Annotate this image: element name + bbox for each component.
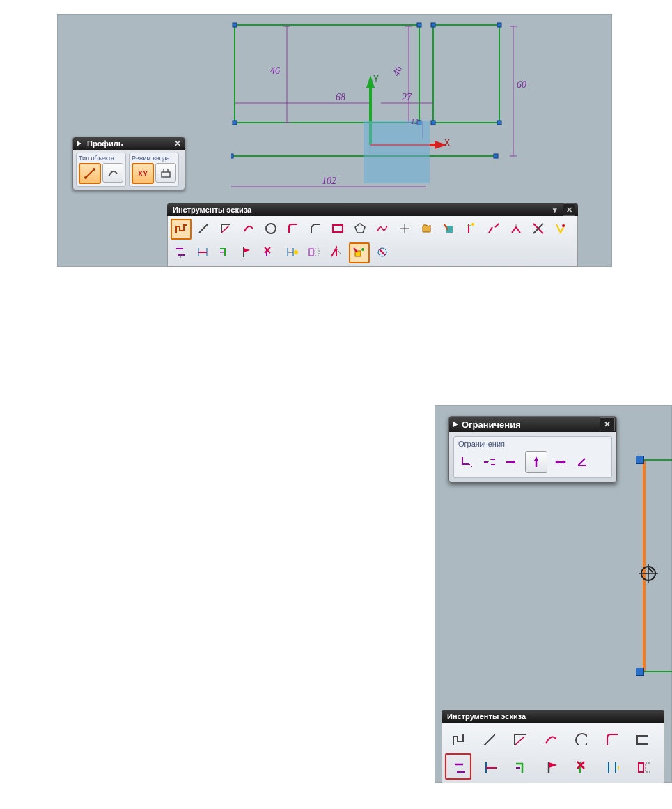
dim-12: 12 (411, 117, 419, 125)
delete-constraint-icon[interactable] (569, 753, 594, 778)
fillet-tool-icon[interactable] (598, 725, 623, 750)
horizontal-constraint-icon[interactable] (503, 453, 521, 471)
profile-toolbar[interactable]: Профиль ✕ Тип объекта Режим ввода (72, 137, 185, 190)
svg-rect-6 (497, 23, 501, 27)
constraints-toolbar-title[interactable]: Ограничения ✕ (449, 417, 616, 432)
trim-tool-icon[interactable] (439, 219, 459, 238)
object-type-label: Тип объекта (79, 155, 123, 162)
svg-rect-3 (233, 23, 237, 27)
equal-constraint-icon[interactable] (552, 453, 570, 471)
polygon-tool-icon[interactable] (350, 219, 370, 238)
circle-tool-icon[interactable] (261, 219, 281, 238)
profile-title-label: Профиль (87, 139, 123, 148)
profile-tool-icon[interactable] (445, 725, 470, 750)
sketch-endpoint[interactable] (636, 668, 644, 676)
sketch-line (644, 458, 672, 462)
dimension-tool-icon[interactable] (193, 242, 212, 262)
cursor-constraint-icon (639, 564, 658, 583)
line-type-button[interactable] (79, 163, 101, 184)
delete-constraint-icon[interactable] (260, 242, 279, 262)
sketch-tools-toolbar[interactable]: Инструменты эскиза ▾ ✕ (167, 203, 578, 267)
rectangle-tool-icon[interactable] (629, 725, 654, 750)
top-cad-viewport: 46 46 68 27 12 60 102 Y X Профиль ✕ Тип … (57, 14, 612, 267)
rectangle-tool-icon[interactable] (328, 219, 347, 238)
svg-rect-66 (315, 249, 319, 256)
sketch-tools-title[interactable]: Инструменты эскиза ▾ ✕ (167, 203, 578, 216)
svg-point-51 (562, 224, 565, 227)
svg-rect-12 (494, 154, 498, 158)
param-mode-button[interactable] (155, 163, 176, 183)
animate-constraint-icon[interactable] (508, 753, 533, 778)
sketch-tools-body-b (442, 723, 664, 783)
fillet-tool-icon[interactable] (283, 219, 303, 238)
intersect-tool-icon[interactable] (529, 219, 548, 238)
mirror-tool-icon[interactable] (304, 242, 324, 262)
sketch-tools-label-b: Инструменты эскиза (447, 712, 526, 721)
arc-type-button[interactable] (102, 163, 123, 183)
pattern-tool-icon[interactable] (327, 242, 346, 262)
svg-marker-76 (513, 460, 515, 464)
circle-tool-icon[interactable] (568, 725, 593, 750)
arc-tool-icon[interactable] (217, 219, 236, 238)
profile-tool-icon[interactable] (171, 219, 192, 240)
arc-tool-icon[interactable] (506, 725, 531, 750)
line-tool-icon[interactable] (476, 725, 501, 750)
auto-tool-icon[interactable] (551, 219, 570, 238)
svg-line-36 (199, 224, 208, 233)
angle-constraint-icon[interactable] (574, 453, 592, 471)
spline-tool-icon[interactable] (373, 219, 392, 238)
perpendicular-constraint-icon[interactable] (458, 453, 476, 471)
svg-line-71 (469, 464, 472, 467)
input-mode-group: Режим ввода XY (129, 153, 179, 187)
toolbar-arrow-icon (75, 139, 84, 148)
object-type-group: Тип объекта (76, 153, 126, 187)
animate-constraint-icon[interactable] (215, 242, 235, 262)
svg-rect-4 (417, 23, 421, 27)
chamfer-tool-icon[interactable] (306, 219, 325, 238)
minimize-icon[interactable]: ▾ (550, 205, 560, 215)
vertical-constraint-icon[interactable] (525, 451, 547, 473)
dimension-tool-icon[interactable] (477, 753, 502, 778)
svg-rect-104 (646, 763, 650, 772)
break-tool-icon[interactable] (484, 219, 503, 238)
close-icon[interactable]: ✕ (563, 203, 575, 216)
profile-toolbar-title[interactable]: Профиль ✕ (73, 137, 185, 150)
sketch-tools-title-b[interactable]: Инструменты эскиза (442, 710, 664, 723)
svg-rect-9 (431, 121, 435, 125)
sketch-endpoint[interactable] (636, 456, 644, 464)
mirror-tool-icon[interactable] (630, 753, 655, 778)
sketch-tools-toolbar-b[interactable]: Инструменты эскиза (442, 710, 664, 783)
constraint-tool-icon[interactable] (445, 753, 471, 780)
misc-tool-icon[interactable] (373, 242, 392, 262)
sketch-line (644, 670, 672, 674)
dim-102: 102 (322, 176, 336, 187)
arc2-tool-icon[interactable] (537, 725, 562, 750)
corner-tool-icon[interactable] (506, 219, 526, 238)
close-icon[interactable]: ✕ (600, 417, 615, 431)
close-icon[interactable]: ✕ (172, 138, 183, 149)
svg-rect-10 (497, 121, 501, 125)
measure-tool-icon[interactable] (600, 753, 625, 778)
svg-point-31 (84, 176, 87, 179)
point-tool-icon[interactable] (395, 219, 414, 238)
svg-marker-80 (555, 460, 558, 464)
line-tool-icon[interactable] (194, 219, 214, 238)
constraint-tool-icon[interactable] (171, 242, 190, 262)
extend-tool-icon[interactable] (462, 219, 481, 238)
arc2-tool-icon[interactable] (239, 219, 258, 238)
svg-rect-1 (433, 25, 499, 123)
auto-dim-tool-icon[interactable] (349, 242, 370, 263)
flag-tool-icon[interactable] (237, 242, 257, 262)
svg-line-87 (484, 734, 495, 745)
measure-tool-icon[interactable] (282, 242, 302, 262)
xy-mode-button[interactable]: XY (132, 163, 154, 184)
constraints-body: Ограничения (449, 432, 616, 482)
region-tool-icon[interactable] (417, 219, 437, 238)
constraints-toolbar[interactable]: Ограничения ✕ Ограничения (448, 416, 617, 483)
toolbar-arrow-icon (451, 421, 462, 428)
profile-toolbar-body: Тип объекта Режим ввода XY (73, 150, 185, 190)
svg-point-88 (576, 734, 587, 745)
flag-tool-icon[interactable] (538, 753, 563, 778)
sketch-canvas[interactable]: 46 46 68 27 12 60 102 Y X (231, 20, 558, 201)
coincident-constraint-icon[interactable] (480, 453, 499, 471)
